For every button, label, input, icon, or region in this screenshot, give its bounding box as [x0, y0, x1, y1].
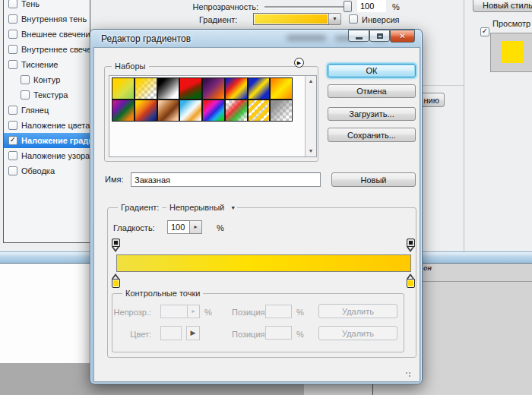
stops-group-label: Контрольные точки: [122, 289, 203, 298]
new-gradient-button[interactable]: Новый: [331, 172, 416, 187]
opacity-slider-thumb[interactable]: [344, 1, 352, 12]
name-input[interactable]: [131, 172, 321, 187]
smoothness-input[interactable]: [167, 220, 190, 234]
gradient-preset-swatch[interactable]: [112, 77, 135, 100]
gradient-preset-swatch[interactable]: [248, 77, 271, 100]
scroll-down-icon[interactable]: ▼: [306, 146, 316, 156]
gradient-type-value: Непрерывный: [169, 203, 224, 212]
ok-button[interactable]: ОК: [328, 64, 416, 77]
load-button[interactable]: Загрузить...: [328, 107, 416, 121]
opacity-value-input[interactable]: [357, 0, 386, 12]
gradient-bar[interactable]: [116, 254, 411, 272]
gradient-preset-fill: [249, 78, 270, 99]
preview-checkbox[interactable]: ✓: [480, 27, 489, 36]
style-item-label: Глянец: [21, 106, 49, 115]
save-button[interactable]: Сохранить...: [328, 128, 416, 142]
dialog-title: Редактор градиентов: [101, 33, 191, 44]
gradient-preset-swatch[interactable]: [179, 77, 202, 100]
layer-style-item[interactable]: Наложение узора: [4, 148, 90, 163]
color-stop-right[interactable]: [407, 273, 415, 289]
style-item-label: Внешнее свечение: [21, 30, 90, 39]
style-checkbox[interactable]: [8, 106, 17, 115]
layer-style-item[interactable]: Глянец: [4, 103, 90, 118]
gradient-preset-swatch[interactable]: [112, 100, 135, 122]
style-checkbox[interactable]: [8, 30, 17, 39]
gradient-preview-dropdown[interactable]: [253, 13, 329, 25]
opacity-stop-right[interactable]: [407, 239, 415, 254]
layer-style-item[interactable]: Внешнее свечение: [4, 27, 90, 42]
color-stop-left[interactable]: [112, 273, 120, 289]
opacity-label: Непрозрачность:: [180, 2, 258, 11]
style-checkbox[interactable]: [21, 75, 30, 84]
style-checkbox[interactable]: [8, 0, 17, 8]
opacity-slider-track[interactable]: [264, 6, 351, 8]
style-preview-swatch: [502, 41, 524, 63]
layer-style-item[interactable]: Внутренняя тень: [4, 11, 90, 27]
layer-style-item[interactable]: Текстура: [4, 87, 90, 103]
style-checkbox[interactable]: [8, 14, 17, 24]
gradient-preset-fill: [271, 100, 292, 121]
layer-style-item[interactable]: Внутреннее свечение: [4, 42, 90, 57]
gradient-preset-swatch[interactable]: [157, 100, 180, 122]
presets-scrollbar[interactable]: ▲ ▼: [305, 76, 316, 156]
smoothness-percent-sign: %: [217, 223, 224, 232]
scroll-up-icon[interactable]: ▲: [306, 76, 316, 87]
style-checkbox[interactable]: [8, 151, 17, 160]
gradient-preset-swatch[interactable]: [135, 100, 157, 122]
layer-style-item[interactable]: ✓Наложение градиента: [4, 133, 90, 148]
inverse-checkbox[interactable]: [349, 14, 358, 24]
gradient-preset-swatch[interactable]: [202, 77, 225, 100]
layer-style-item[interactable]: Контур: [4, 72, 90, 87]
gradient-preset-fill: [135, 100, 157, 121]
gradient-preset-fill: [226, 78, 247, 99]
cancel-button[interactable]: Отмена: [328, 84, 416, 98]
gradient-type-label: Градиент:: [118, 203, 162, 212]
style-checkbox[interactable]: [8, 45, 17, 54]
gradient-preset-swatch[interactable]: [179, 100, 202, 122]
gradient-preset-swatch[interactable]: [157, 77, 180, 100]
stop-opacity-spinner: ▸: [187, 305, 200, 318]
style-checkbox[interactable]: ✓: [8, 136, 17, 145]
delete-color-stop-button: Удалить: [318, 326, 397, 340]
style-item-label: Контур: [33, 75, 60, 84]
minimize-button[interactable]: [348, 30, 369, 42]
style-item-label: Обводка: [21, 166, 55, 175]
gradient-type-select[interactable]: Непрерывный ▼: [166, 203, 237, 212]
gradient-preset-fill: [112, 78, 134, 99]
stop-opacity-label: Непрозр.:: [113, 308, 151, 317]
gradient-preset-swatch[interactable]: [202, 100, 225, 122]
gradient-preset-swatch[interactable]: [270, 77, 293, 100]
new-style-button[interactable]: Новый стиль: [473, 0, 532, 12]
gradient-preset-fill: [158, 100, 179, 121]
gradient-preset-fill: [271, 78, 292, 99]
stop-opacity-position-percent: %: [296, 308, 304, 317]
layer-style-item[interactable]: Наложение цвета: [4, 118, 90, 133]
layer-style-item[interactable]: Тиснение: [4, 57, 90, 72]
gradient-preset-swatch[interactable]: [248, 100, 271, 122]
name-label: Имя:: [105, 175, 123, 184]
style-checkbox[interactable]: [8, 166, 17, 175]
photoshop-workspace: ТеньВнутренняя теньВнешнее свечениеВнутр…: [0, 0, 532, 395]
maximize-button[interactable]: [369, 30, 390, 42]
gradient-preset-fill: [203, 78, 224, 99]
presets-group-label: Наборы: [112, 62, 149, 71]
layer-style-item[interactable]: Обводка: [4, 163, 90, 179]
resize-grip[interactable]: [405, 371, 412, 378]
gradient-preset-swatch[interactable]: [135, 77, 157, 100]
gradient-dropdown-arrow-icon[interactable]: ▼: [328, 13, 341, 25]
presets-menu-button[interactable]: ▶: [294, 58, 304, 68]
style-checkbox[interactable]: [8, 121, 17, 130]
gradient-preset-fill: [180, 78, 201, 99]
opacity-stop-left[interactable]: [112, 239, 120, 254]
smoothness-spinner[interactable]: ▸: [189, 220, 202, 234]
gradient-preset-swatch[interactable]: [270, 100, 293, 122]
close-button[interactable]: ✕: [390, 30, 415, 43]
gradient-preset-swatch[interactable]: [225, 77, 248, 100]
style-item-label: Тиснение: [21, 60, 58, 69]
gradient-preset-fill: [226, 100, 247, 121]
inverse-label: Инверсия: [362, 15, 400, 24]
style-checkbox[interactable]: [8, 60, 17, 69]
gradient-preset-swatch[interactable]: [225, 100, 248, 122]
layer-style-item[interactable]: Тень: [4, 0, 90, 11]
style-checkbox[interactable]: [21, 90, 30, 100]
